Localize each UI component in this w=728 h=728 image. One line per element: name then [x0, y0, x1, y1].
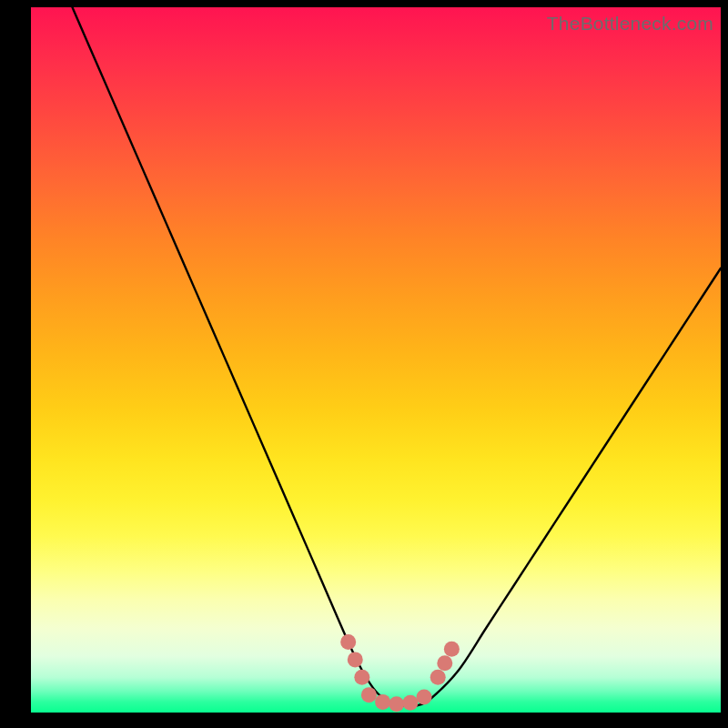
bottleneck-curve — [72, 7, 721, 706]
marker-bottom-3 — [389, 696, 404, 712]
marker-cluster-right-3 — [444, 642, 460, 657]
plot-area: TheBottleneck.com — [31, 7, 721, 713]
marker-cluster-left-3 — [354, 670, 369, 685]
marker-cluster-right-1 — [430, 670, 446, 685]
bottleneck-curve-path — [72, 7, 721, 706]
marker-bottom-1 — [361, 687, 377, 703]
marker-group — [340, 634, 460, 712]
marker-bottom-5 — [417, 689, 432, 704]
marker-cluster-left-2 — [348, 652, 363, 667]
marker-cluster-left-1 — [340, 634, 356, 650]
marker-bottom-4 — [402, 695, 418, 711]
marker-bottom-2 — [375, 694, 390, 710]
chart-svg — [31, 7, 721, 713]
chart-frame: TheBottleneck.com — [0, 0, 728, 728]
marker-cluster-right-2 — [437, 655, 452, 671]
